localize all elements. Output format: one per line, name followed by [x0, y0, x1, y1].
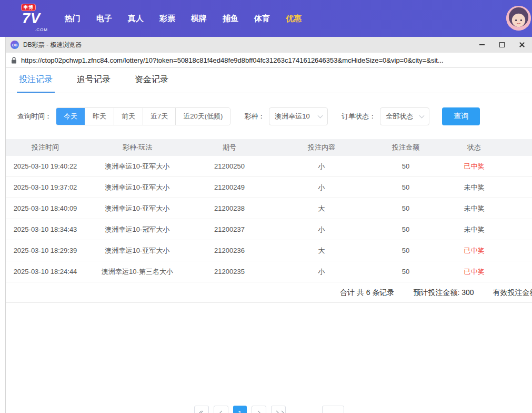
last-page-button[interactable] — [271, 406, 286, 413]
table-row: 2025-03-10 18:24:44澳洲幸运10-第三名大小21200235小… — [6, 261, 532, 282]
arrow-right-icon — [255, 410, 260, 413]
close-button[interactable] — [512, 37, 532, 53]
logo-subtext: .COM — [35, 27, 48, 32]
site-logo[interactable]: 申博 7V .COM — [21, 4, 49, 33]
cell-status: 未中奖 — [437, 225, 511, 234]
main-nav: 热门电子真人彩票棋牌捕鱼体育优惠 — [57, 14, 309, 24]
cell-time: 2025-03-10 18:24:44 — [6, 268, 85, 276]
window-icon: DB — [11, 41, 19, 49]
pagination: 1 — [6, 406, 532, 413]
prev-page-button[interactable] — [214, 406, 228, 413]
nav-item-4[interactable]: 棋牌 — [183, 14, 215, 24]
cell-status: 已中奖 — [437, 267, 511, 277]
status-filter-label: 订单状态： — [342, 112, 376, 121]
next-page-button[interactable] — [252, 406, 266, 413]
cell-time: 2025-03-10 19:37:02 — [6, 183, 85, 191]
chevron-down-icon — [318, 113, 323, 118]
cell-amount: 50 — [374, 204, 437, 212]
minimize-button[interactable] — [472, 37, 492, 53]
cell-time: 2025-03-10 19:40:22 — [6, 162, 85, 170]
nav-item-1[interactable]: 电子 — [88, 14, 120, 24]
order-status-value: 全部状态 — [386, 112, 413, 121]
browser-window: DB DB彩票 - 极速浏览器 https://ctop02pchwp1.zfn… — [5, 37, 532, 413]
cell-status: 已中奖 — [437, 162, 511, 171]
time-option-0[interactable]: 今天 — [56, 108, 85, 125]
tab-1[interactable]: 追号记录 — [77, 74, 111, 93]
cell-content: 小 — [269, 267, 374, 277]
cell-game: 澳洲幸运10-冠军大小 — [85, 225, 190, 234]
nav-item-0[interactable]: 热门 — [57, 14, 88, 24]
column-header-4: 投注金额 — [374, 143, 437, 152]
cell-issue: 21200249 — [190, 183, 269, 191]
column-header-3: 投注内容 — [269, 143, 374, 152]
cell-time: 2025-03-10 18:34:43 — [6, 225, 85, 233]
cell-content: 大 — [269, 204, 374, 213]
time-option-2[interactable]: 前天 — [114, 108, 143, 125]
time-option-1[interactable]: 昨天 — [85, 108, 114, 125]
cell-issue: 21200250 — [190, 162, 269, 170]
top-navbar: 申博 7V .COM 热门电子真人彩票棋牌捕鱼体育优惠 — [0, 0, 532, 37]
cell-issue: 21200236 — [190, 247, 269, 254]
cell-amount: 50 — [374, 225, 437, 233]
cell-game: 澳洲幸运10-亚军大小 — [85, 183, 190, 192]
nav-item-3[interactable]: 彩票 — [152, 14, 183, 24]
cell-content: 小 — [269, 225, 374, 234]
record-tabs: 投注记录追号记录资金记录 — [6, 68, 532, 93]
cell-game: 澳洲幸运10-第三名大小 — [85, 267, 190, 277]
order-status-select[interactable]: 全部状态 — [380, 107, 429, 125]
cell-content: 小 — [269, 162, 374, 171]
arrow-right-icon — [274, 410, 279, 413]
summary-expected-amount: 预计投注金额: 300 — [413, 288, 474, 298]
time-option-3[interactable]: 近7天 — [143, 108, 175, 125]
chevron-down-icon — [419, 113, 425, 118]
search-button[interactable]: 查询 — [442, 107, 480, 125]
filter-bar: 查询时间： 今天昨天前天近7天近20天(低频) 彩种： 澳洲幸运10 订单状态：… — [17, 107, 532, 125]
cell-game: 澳洲幸运10-亚军大小 — [85, 162, 190, 171]
address-bar[interactable]: https://ctop02pchwp1.zfnc84.com/lottery/… — [6, 53, 532, 68]
column-header-1: 彩种-玩法 — [85, 143, 190, 152]
column-header-5: 状态 — [437, 143, 511, 152]
avatar[interactable] — [506, 6, 531, 31]
window-title: DB彩票 - 极速浏览器 — [23, 41, 472, 50]
lottery-select[interactable]: 澳洲幸运10 — [269, 107, 328, 125]
nav-item-6[interactable]: 体育 — [246, 14, 278, 24]
close-icon — [519, 42, 525, 48]
cell-time: 2025-03-10 18:29:39 — [6, 247, 85, 254]
maximize-icon — [499, 42, 505, 47]
cell-amount: 50 — [374, 162, 437, 170]
table-body: 2025-03-10 19:40:22澳洲幸运10-亚军大小21200250小5… — [6, 156, 532, 282]
table-row: 2025-03-10 18:29:39澳洲幸运10-亚军大小21200236大5… — [6, 240, 532, 261]
logo-text: 7V — [22, 11, 41, 27]
table-row: 2025-03-10 19:37:02澳洲幸运10-亚军大小21200249小5… — [6, 177, 532, 198]
summary-text: 合计 共 6 条记录 预计投注金额: 300 有效投注金额 — [340, 282, 532, 303]
lock-icon — [11, 57, 17, 64]
tab-0[interactable]: 投注记录 — [19, 74, 53, 93]
column-header-2: 期号 — [190, 143, 269, 152]
lottery-filter-label: 彩种： — [244, 112, 265, 121]
url-text: https://ctop02pchwp1.zfnc84.com/lottery/… — [21, 56, 444, 64]
arrow-left-icon — [219, 410, 224, 413]
nav-item-7[interactable]: 优惠 — [278, 14, 309, 24]
cell-issue: 21200235 — [190, 268, 269, 276]
cell-amount: 50 — [374, 247, 437, 254]
column-header-0: 投注时间 — [6, 143, 85, 152]
nav-item-5[interactable]: 捕鱼 — [215, 14, 246, 24]
table-header-row: 投注时间彩种-玩法期号投注内容投注金额状态 — [6, 139, 532, 156]
cell-game: 澳洲幸运10-亚军大小 — [85, 204, 190, 213]
maximize-button[interactable] — [492, 37, 512, 53]
cell-time: 2025-03-10 18:40:09 — [6, 204, 85, 212]
cell-status: 已中奖 — [437, 246, 511, 255]
cell-status: 未中奖 — [437, 204, 511, 213]
first-page-button[interactable] — [194, 406, 209, 413]
time-option-4[interactable]: 近20天(低频) — [175, 108, 230, 125]
summary-valid-amount: 有效投注金额 — [493, 288, 532, 298]
nav-item-2[interactable]: 真人 — [120, 14, 152, 24]
cell-game: 澳洲幸运10-亚军大小 — [85, 246, 190, 255]
tab-2[interactable]: 资金记录 — [135, 74, 168, 93]
cell-content: 小 — [269, 183, 374, 192]
logo-badge: 申博 — [21, 4, 36, 11]
cell-content: 大 — [269, 246, 374, 255]
page-jump-input[interactable] — [322, 406, 344, 413]
time-range-group: 今天昨天前天近7天近20天(低频) — [56, 107, 230, 125]
page-number-current[interactable]: 1 — [233, 406, 247, 413]
